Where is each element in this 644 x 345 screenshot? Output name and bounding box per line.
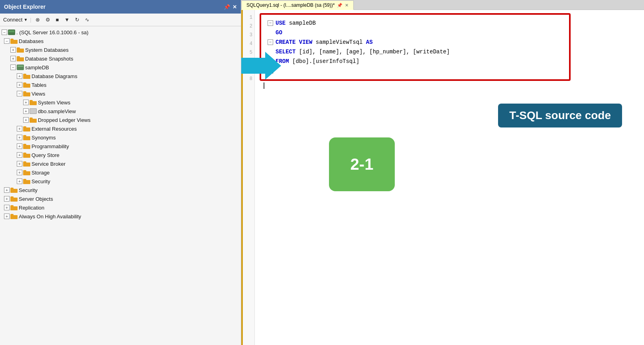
- close-icon[interactable]: ✕: [232, 4, 237, 10]
- expand-icon[interactable]: +: [23, 117, 29, 123]
- tree-item-query-store[interactable]: + Query Store: [0, 151, 241, 159]
- connect-button[interactable]: Connect ▼: [3, 17, 28, 23]
- expand-icon[interactable]: +: [17, 152, 22, 158]
- expand-icon[interactable]: +: [4, 214, 10, 219]
- system-views-label: System Views: [38, 100, 70, 106]
- always-on-label: Always On High Availability: [19, 214, 81, 220]
- tree-item-db-snapshots[interactable]: + Database Snapshots: [0, 54, 241, 63]
- code-line-2: GO: [276, 28, 563, 37]
- object-explorer-panel: Object Explorer 📌 ✕ Connect ▼ | ⊗ ⚙ ■ ▼ …: [0, 0, 241, 345]
- folder-icon: [10, 196, 18, 202]
- folder-icon: [23, 126, 30, 131]
- external-resources-label: External Resources: [32, 126, 77, 132]
- tree-item-replication[interactable]: + Replication: [0, 203, 241, 212]
- expand-icon[interactable]: +: [4, 205, 10, 210]
- databases-label: Databases: [19, 38, 43, 44]
- header-icons: 📌 ✕: [224, 4, 237, 10]
- collapse-icon[interactable]: −: [4, 38, 10, 44]
- filter-button[interactable]: ▼: [63, 16, 71, 24]
- collapse-icon[interactable]: −: [2, 29, 7, 35]
- tsql-label: T-SQL source code: [498, 104, 622, 127]
- main-content: Object Explorer 📌 ✕ Connect ▼ | ⊗ ⚙ ■ ▼ …: [0, 0, 644, 345]
- tree-item-security-db[interactable]: + Security: [0, 177, 241, 186]
- tree-item-system-views[interactable]: + System Views: [0, 98, 241, 107]
- code-line-collapse-1: − USE sampleDB: [268, 19, 563, 27]
- service-broker-label: Service Broker: [32, 161, 65, 167]
- manage-button[interactable]: ⚙: [44, 16, 52, 24]
- tree-item-server[interactable]: − . (SQL Server 16.0.1000.6 - sa): [0, 28, 241, 37]
- tree-item-dbo-sampleview[interactable]: + dbo.sampleView: [0, 107, 241, 116]
- collapse-marker-2[interactable]: −: [268, 39, 273, 45]
- code-line-4: SELECT [id], [name], [age], [hp_number],…: [276, 47, 563, 56]
- expand-icon[interactable]: +: [17, 73, 22, 79]
- expand-icon[interactable]: +: [4, 196, 10, 202]
- tree-item-programmability[interactable]: + Programmability: [0, 142, 241, 151]
- stop-button[interactable]: ■: [54, 16, 61, 24]
- expand-icon[interactable]: +: [4, 187, 10, 193]
- blue-arrow-icon: [241, 52, 281, 80]
- query-store-label: Query Store: [32, 152, 59, 158]
- tree-item-db-diagrams[interactable]: + Database Diagrams: [0, 72, 241, 80]
- oe-tree: − . (SQL Server 16.0.1000.6 - sa) − Data…: [0, 26, 241, 345]
- programmability-label: Programmability: [32, 143, 69, 149]
- security-label: Security: [19, 187, 37, 193]
- expand-icon[interactable]: +: [10, 47, 16, 53]
- folder-icon: [23, 73, 30, 79]
- code-highlight-box: − USE sampleDB GO − CREATE: [260, 13, 571, 81]
- server-node-label: . (SQL Server 16.0.1000.6 - sa): [16, 29, 89, 35]
- tree-item-security[interactable]: + Security: [0, 186, 241, 194]
- blue-arrow-container: [241, 52, 281, 81]
- tree-item-always-on[interactable]: + Always On High Availability: [0, 212, 241, 221]
- expand-icon[interactable]: +: [23, 100, 29, 105]
- collapse-icon[interactable]: −: [17, 91, 22, 96]
- code-line-6: ;: [272, 67, 563, 75]
- code-content[interactable]: − USE sampleDB GO − CREATE: [255, 10, 644, 345]
- expand-icon[interactable]: +: [17, 170, 22, 175]
- folder-icon: [23, 82, 30, 88]
- folder-icon: [23, 152, 30, 158]
- tree-item-storage[interactable]: + Storage: [0, 168, 241, 177]
- refresh-button[interactable]: ↻: [73, 16, 81, 24]
- tree-item-system-databases[interactable]: + System Databases: [0, 45, 241, 54]
- tree-item-views[interactable]: − Views: [0, 89, 241, 98]
- collapse-marker[interactable]: −: [268, 20, 273, 26]
- tree-item-external-resources[interactable]: + External Resources: [0, 124, 241, 133]
- tree-item-dropped-ledger-views[interactable]: + Dropped Ledger Views: [0, 116, 241, 124]
- tab-pin-icon[interactable]: 📌: [337, 3, 343, 8]
- expand-icon[interactable]: +: [17, 143, 22, 149]
- view-object-icon: [30, 108, 37, 114]
- expand-icon[interactable]: +: [17, 178, 22, 184]
- tab-label: SQLQuery1.sql - (l....sampleDB (sa (59))…: [246, 2, 335, 8]
- tree-item-server-objects[interactable]: + Server Objects: [0, 194, 241, 203]
- expand-icon[interactable]: +: [17, 161, 22, 167]
- collapse-icon[interactable]: −: [10, 65, 16, 70]
- folder-icon: [23, 135, 30, 140]
- activity-button[interactable]: ∿: [83, 16, 91, 24]
- cursor-line[interactable]: [264, 82, 639, 91]
- tab-close-icon[interactable]: ✕: [345, 3, 349, 8]
- views-label: Views: [32, 91, 45, 97]
- expand-icon[interactable]: +: [17, 126, 22, 131]
- expand-icon[interactable]: +: [17, 82, 22, 88]
- folder-icon: [23, 161, 30, 167]
- select-line: SELECT [id], [name], [age], [hp_number],…: [276, 49, 450, 55]
- tree-item-databases[interactable]: − Databases: [0, 37, 241, 45]
- connect-label: Connect: [3, 17, 22, 23]
- folder-icon: [10, 214, 18, 219]
- tree-item-sampledb[interactable]: − sampleDB: [0, 63, 241, 72]
- folder-icon: [23, 143, 30, 149]
- folder-icon: [30, 100, 37, 105]
- sql-query-tab[interactable]: SQLQuery1.sql - (l....sampleDB (sa (59))…: [241, 0, 354, 10]
- dropped-ledger-views-label: Dropped Ledger Views: [38, 117, 91, 123]
- badge-2-1: 2-1: [329, 137, 395, 191]
- tree-item-service-broker[interactable]: + Service Broker: [0, 159, 241, 168]
- expand-icon[interactable]: +: [17, 135, 22, 140]
- expand-icon[interactable]: +: [10, 56, 16, 61]
- folder-icon: [23, 91, 30, 96]
- tree-item-tables[interactable]: + Tables: [0, 80, 241, 89]
- expand-icon[interactable]: +: [23, 108, 29, 114]
- dbo-sampleview-label: dbo.sampleView: [38, 108, 76, 114]
- disconnect-button[interactable]: ⊗: [34, 16, 41, 24]
- pin-icon[interactable]: 📌: [224, 4, 230, 10]
- tree-item-synonyms[interactable]: + Synonyms: [0, 133, 241, 142]
